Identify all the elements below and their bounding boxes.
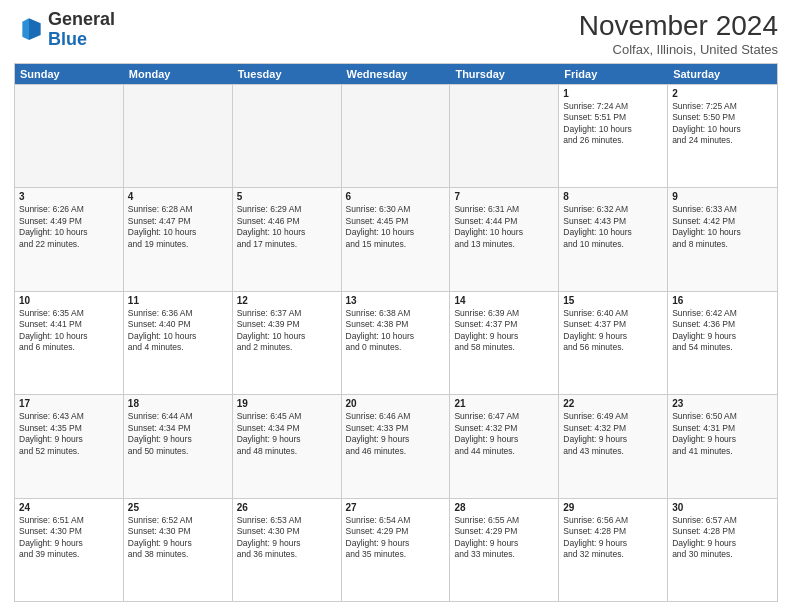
day-number: 19 (237, 398, 337, 409)
logo-text: General Blue (48, 10, 115, 50)
calendar-cell: 10Sunrise: 6:35 AM Sunset: 4:41 PM Dayli… (15, 292, 124, 394)
day-number: 26 (237, 502, 337, 513)
day-number: 13 (346, 295, 446, 306)
calendar-cell: 27Sunrise: 6:54 AM Sunset: 4:29 PM Dayli… (342, 499, 451, 601)
calendar-cell: 2Sunrise: 7:25 AM Sunset: 5:50 PM Daylig… (668, 85, 777, 187)
calendar-cell: 23Sunrise: 6:50 AM Sunset: 4:31 PM Dayli… (668, 395, 777, 497)
calendar-cell: 1Sunrise: 7:24 AM Sunset: 5:51 PM Daylig… (559, 85, 668, 187)
svg-marker-1 (29, 18, 41, 40)
calendar-cell: 5Sunrise: 6:29 AM Sunset: 4:46 PM Daylig… (233, 188, 342, 290)
day-number: 28 (454, 502, 554, 513)
calendar-cell: 29Sunrise: 6:56 AM Sunset: 4:28 PM Dayli… (559, 499, 668, 601)
calendar-week: 17Sunrise: 6:43 AM Sunset: 4:35 PM Dayli… (15, 394, 777, 497)
calendar-cell: 3Sunrise: 6:26 AM Sunset: 4:49 PM Daylig… (15, 188, 124, 290)
day-number: 17 (19, 398, 119, 409)
day-info: Sunrise: 6:49 AM Sunset: 4:32 PM Dayligh… (563, 411, 663, 457)
day-info: Sunrise: 7:24 AM Sunset: 5:51 PM Dayligh… (563, 101, 663, 147)
day-info: Sunrise: 6:36 AM Sunset: 4:40 PM Dayligh… (128, 308, 228, 354)
svg-marker-2 (22, 18, 29, 40)
calendar-cell: 13Sunrise: 6:38 AM Sunset: 4:38 PM Dayli… (342, 292, 451, 394)
calendar-cell: 15Sunrise: 6:40 AM Sunset: 4:37 PM Dayli… (559, 292, 668, 394)
calendar-cell: 25Sunrise: 6:52 AM Sunset: 4:30 PM Dayli… (124, 499, 233, 601)
day-info: Sunrise: 6:31 AM Sunset: 4:44 PM Dayligh… (454, 204, 554, 250)
day-number: 16 (672, 295, 773, 306)
day-number: 6 (346, 191, 446, 202)
day-info: Sunrise: 6:38 AM Sunset: 4:38 PM Dayligh… (346, 308, 446, 354)
header-day: Thursday (450, 64, 559, 84)
day-number: 20 (346, 398, 446, 409)
day-number: 27 (346, 502, 446, 513)
calendar-week: 1Sunrise: 7:24 AM Sunset: 5:51 PM Daylig… (15, 84, 777, 187)
day-number: 2 (672, 88, 773, 99)
calendar-cell (342, 85, 451, 187)
day-info: Sunrise: 6:26 AM Sunset: 4:49 PM Dayligh… (19, 204, 119, 250)
header-day: Friday (559, 64, 668, 84)
day-number: 15 (563, 295, 663, 306)
day-info: Sunrise: 6:33 AM Sunset: 4:42 PM Dayligh… (672, 204, 773, 250)
day-info: Sunrise: 6:40 AM Sunset: 4:37 PM Dayligh… (563, 308, 663, 354)
day-number: 1 (563, 88, 663, 99)
day-info: Sunrise: 6:57 AM Sunset: 4:28 PM Dayligh… (672, 515, 773, 561)
day-info: Sunrise: 6:47 AM Sunset: 4:32 PM Dayligh… (454, 411, 554, 457)
day-number: 5 (237, 191, 337, 202)
header-day: Monday (124, 64, 233, 84)
calendar-week: 24Sunrise: 6:51 AM Sunset: 4:30 PM Dayli… (15, 498, 777, 601)
calendar-cell: 21Sunrise: 6:47 AM Sunset: 4:32 PM Dayli… (450, 395, 559, 497)
calendar-cell: 11Sunrise: 6:36 AM Sunset: 4:40 PM Dayli… (124, 292, 233, 394)
calendar-cell (233, 85, 342, 187)
day-info: Sunrise: 6:39 AM Sunset: 4:37 PM Dayligh… (454, 308, 554, 354)
calendar-cell: 4Sunrise: 6:28 AM Sunset: 4:47 PM Daylig… (124, 188, 233, 290)
day-number: 11 (128, 295, 228, 306)
day-info: Sunrise: 6:44 AM Sunset: 4:34 PM Dayligh… (128, 411, 228, 457)
header-day: Saturday (668, 64, 777, 84)
header: General Blue November 2024 Colfax, Illin… (14, 10, 778, 57)
day-number: 9 (672, 191, 773, 202)
day-number: 22 (563, 398, 663, 409)
day-number: 4 (128, 191, 228, 202)
day-info: Sunrise: 6:28 AM Sunset: 4:47 PM Dayligh… (128, 204, 228, 250)
day-number: 24 (19, 502, 119, 513)
header-day: Wednesday (342, 64, 451, 84)
logo-blue: Blue (48, 29, 87, 49)
header-day: Tuesday (233, 64, 342, 84)
day-number: 25 (128, 502, 228, 513)
calendar-cell: 9Sunrise: 6:33 AM Sunset: 4:42 PM Daylig… (668, 188, 777, 290)
calendar-cell: 19Sunrise: 6:45 AM Sunset: 4:34 PM Dayli… (233, 395, 342, 497)
day-number: 18 (128, 398, 228, 409)
day-info: Sunrise: 6:46 AM Sunset: 4:33 PM Dayligh… (346, 411, 446, 457)
day-info: Sunrise: 7:25 AM Sunset: 5:50 PM Dayligh… (672, 101, 773, 147)
day-info: Sunrise: 6:30 AM Sunset: 4:45 PM Dayligh… (346, 204, 446, 250)
logo-icon (14, 15, 44, 45)
day-number: 23 (672, 398, 773, 409)
day-number: 12 (237, 295, 337, 306)
day-number: 14 (454, 295, 554, 306)
calendar-header: SundayMondayTuesdayWednesdayThursdayFrid… (15, 64, 777, 84)
calendar-cell: 17Sunrise: 6:43 AM Sunset: 4:35 PM Dayli… (15, 395, 124, 497)
logo-general: General (48, 9, 115, 29)
day-number: 21 (454, 398, 554, 409)
day-info: Sunrise: 6:53 AM Sunset: 4:30 PM Dayligh… (237, 515, 337, 561)
day-info: Sunrise: 6:55 AM Sunset: 4:29 PM Dayligh… (454, 515, 554, 561)
calendar-week: 3Sunrise: 6:26 AM Sunset: 4:49 PM Daylig… (15, 187, 777, 290)
calendar-cell (450, 85, 559, 187)
day-info: Sunrise: 6:37 AM Sunset: 4:39 PM Dayligh… (237, 308, 337, 354)
day-number: 3 (19, 191, 119, 202)
location: Colfax, Illinois, United States (579, 42, 778, 57)
calendar-cell: 20Sunrise: 6:46 AM Sunset: 4:33 PM Dayli… (342, 395, 451, 497)
calendar-cell: 16Sunrise: 6:42 AM Sunset: 4:36 PM Dayli… (668, 292, 777, 394)
calendar-cell: 30Sunrise: 6:57 AM Sunset: 4:28 PM Dayli… (668, 499, 777, 601)
calendar-cell: 7Sunrise: 6:31 AM Sunset: 4:44 PM Daylig… (450, 188, 559, 290)
calendar-body: 1Sunrise: 7:24 AM Sunset: 5:51 PM Daylig… (15, 84, 777, 601)
day-info: Sunrise: 6:56 AM Sunset: 4:28 PM Dayligh… (563, 515, 663, 561)
calendar-cell: 28Sunrise: 6:55 AM Sunset: 4:29 PM Dayli… (450, 499, 559, 601)
calendar-cell: 6Sunrise: 6:30 AM Sunset: 4:45 PM Daylig… (342, 188, 451, 290)
day-number: 30 (672, 502, 773, 513)
day-info: Sunrise: 6:29 AM Sunset: 4:46 PM Dayligh… (237, 204, 337, 250)
day-number: 29 (563, 502, 663, 513)
day-info: Sunrise: 6:45 AM Sunset: 4:34 PM Dayligh… (237, 411, 337, 457)
calendar-cell: 18Sunrise: 6:44 AM Sunset: 4:34 PM Dayli… (124, 395, 233, 497)
day-info: Sunrise: 6:35 AM Sunset: 4:41 PM Dayligh… (19, 308, 119, 354)
page: General Blue November 2024 Colfax, Illin… (0, 0, 792, 612)
day-info: Sunrise: 6:42 AM Sunset: 4:36 PM Dayligh… (672, 308, 773, 354)
calendar-cell: 14Sunrise: 6:39 AM Sunset: 4:37 PM Dayli… (450, 292, 559, 394)
